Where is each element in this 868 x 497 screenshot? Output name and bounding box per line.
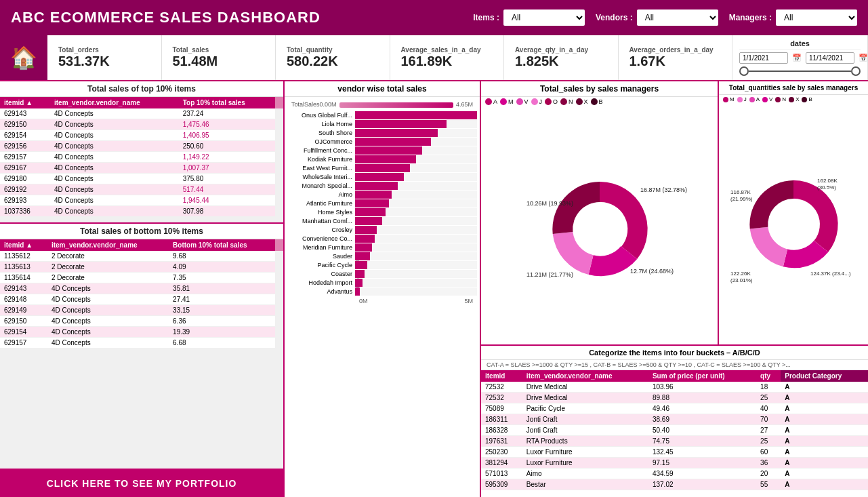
bar-wrap: [355, 287, 477, 296]
managers-filter-group: Managers : All: [729, 9, 857, 26]
bar-fill: [355, 146, 422, 155]
table-cell: 6.68: [169, 338, 275, 349]
table-cell: 629154: [0, 130, 50, 141]
cat-col-itemid[interactable]: itemid: [481, 370, 522, 382]
slider-left-handle[interactable]: [739, 66, 749, 76]
bar-label: Kodiak Furniture: [287, 156, 355, 163]
table-row: 6291494D Concepts33.15: [0, 305, 283, 316]
table-row: 6291544D Concepts1,406.95: [0, 130, 283, 141]
donut-label-4: 10.26M (19.93%): [526, 200, 573, 207]
table-cell: 50.40: [648, 425, 756, 436]
calendar-start-icon[interactable]: 📅: [792, 54, 802, 62]
bottom10-col-sales[interactable]: Bottom 10% total sales: [169, 239, 275, 251]
bar-label: Meridian Furniture: [287, 244, 355, 251]
date-slider[interactable]: [739, 66, 861, 76]
table-cell: 36: [756, 458, 781, 469]
bar-scale-min: 0.00M: [320, 101, 337, 109]
table-cell: 38.69: [648, 414, 756, 425]
qty-label-4: 116.87K: [730, 189, 751, 195]
table-row: 6291504D Concepts6.36: [0, 316, 283, 327]
qty-dot-j: [737, 97, 743, 102]
bar-wrap: [355, 146, 477, 155]
kpi-avg-sales-label: Average_sales_in_a_day: [401, 46, 493, 54]
bar-row: Meridian Furniture: [287, 243, 477, 252]
slider-right-handle[interactable]: [851, 66, 861, 76]
calendar-end-icon[interactable]: 📅: [859, 54, 868, 62]
cat-col-vendor[interactable]: item_vendor.vendor_name: [522, 370, 648, 382]
bar-label: Sauder: [287, 253, 355, 260]
kpi-total-qty-label: Total_quantity: [287, 46, 379, 54]
table-cell: 103.96: [648, 382, 756, 393]
bar-row: Advantus: [287, 287, 477, 296]
table-cell: 1,149.22: [179, 152, 275, 163]
vendor-chart-title: vendor wise total sales: [285, 81, 480, 97]
table-cell: A: [781, 458, 868, 469]
table-row: 6291674D Concepts1,007.37: [0, 163, 283, 174]
dates-box: dates 📅 📅: [732, 35, 868, 80]
date-end-input[interactable]: [806, 52, 854, 64]
table-cell: 40: [756, 403, 781, 414]
legend-item-n: N: [560, 98, 573, 105]
top10-col-vendor[interactable]: item_vendor.vendor_name: [50, 97, 179, 108]
top10-col-itemid[interactable]: itemid ▲: [0, 97, 50, 108]
legend-item-v: V: [516, 98, 529, 105]
legend-dot-m: [500, 98, 507, 105]
table-cell: 2 Decorate: [47, 251, 169, 262]
bar-row: Kodiak Furniture: [287, 155, 477, 163]
table-cell: 1135612: [0, 251, 47, 262]
qty-managers-legend: M J A V N X B: [719, 95, 868, 104]
date-start-input[interactable]: [739, 52, 788, 64]
table-cell: 137.02: [648, 479, 756, 490]
bar-wrap: [355, 217, 477, 225]
bar-row: Pacific Cycle: [287, 261, 477, 269]
kpi-avg-orders-value: 1.67K: [629, 54, 722, 69]
table-cell: Bestar: [522, 479, 648, 490]
legend-item-o: O: [545, 98, 558, 105]
table-cell: A: [781, 403, 868, 414]
table-cell: A: [781, 393, 868, 403]
table-cell: 237.24: [179, 108, 275, 119]
bottom10-scroll-indicator: [275, 239, 283, 251]
table-cell: 7.35: [169, 273, 275, 283]
qty-dot-x: [789, 97, 794, 102]
table-row: 6291934D Concepts1,945.44: [0, 195, 283, 206]
bottom10-col-itemid[interactable]: itemid ▲: [0, 239, 47, 251]
bar-label: South Shore: [287, 130, 355, 136]
qty-legend-a: A: [749, 96, 760, 102]
donut-label-3: 11.21M (21.77%): [526, 271, 573, 278]
bar-fill: [355, 155, 416, 163]
top10-col-sales[interactable]: Top 10% total sales: [179, 97, 275, 108]
dates-title: dates: [739, 39, 861, 49]
top10-scroll[interactable]: itemid ▲ item_vendor.vendor_name Top 10%…: [0, 97, 283, 222]
bar-wrap: [355, 155, 477, 163]
bar-label: WholeSale Interi...: [287, 174, 355, 180]
kpi-total-orders-value: 531.37K: [58, 54, 150, 69]
table-cell: 186311: [481, 414, 522, 425]
bottom10-col-vendor[interactable]: item_vendor.vendor_name: [47, 239, 169, 251]
bottom10-scroll[interactable]: itemid ▲ item_vendor.vendor_name Bottom …: [0, 239, 283, 469]
table-cell: 629150: [0, 316, 47, 327]
qty-dot-b: [802, 97, 807, 102]
bar-label: Convenience Co...: [287, 235, 355, 242]
vendor-bar-chart: TotalSales 0.00M 4.65M WEEK NUMBER Onus …: [285, 97, 480, 497]
items-filter[interactable]: All: [503, 9, 585, 26]
kpi-avg-qty-label: Average_qty_in_a_day: [515, 46, 607, 54]
legend-item-a: A: [485, 98, 497, 105]
bar-row: Hodedah Import: [287, 279, 477, 287]
categorize-subtitle: CAT-A = SLAES >=1000 & QTY >=15 , CAT-B …: [481, 360, 868, 370]
managers-filter[interactable]: All: [776, 9, 857, 26]
cat-col-category[interactable]: Product Category: [781, 370, 868, 382]
cat-scroll[interactable]: itemid item_vendor.vendor_name Sum of pr…: [481, 370, 868, 497]
kpi-total-sales-label: Total_sales: [173, 46, 265, 54]
portfolio-button[interactable]: CLICK HERE TO SEE MY PORTFOLIO: [0, 470, 283, 497]
items-filter-group: Items : All: [473, 9, 585, 26]
vendors-filter[interactable]: All: [637, 9, 718, 26]
cat-col-price[interactable]: Sum of price (per unit): [648, 370, 756, 382]
sales-donut-area: 16.87M (32.78%) 12.7M (24.68%) 11.21M (2…: [481, 106, 718, 344]
managers-filter-label: Managers :: [729, 13, 772, 22]
table-cell: 629157: [0, 152, 50, 163]
bar-fill: [355, 226, 377, 234]
cat-col-qty[interactable]: qty: [756, 370, 781, 382]
bar-fill: [355, 217, 382, 225]
bar-scale-gradient: [339, 102, 453, 108]
